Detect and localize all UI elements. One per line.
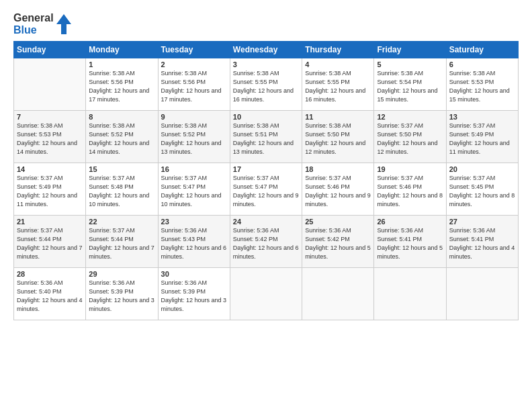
calendar-cell: 22Sunrise: 5:37 AM Sunset: 5:44 PM Dayli… [86,216,158,268]
logo-arrow-icon [56,14,71,34]
calendar-cell: 8Sunrise: 5:38 AM Sunset: 5:52 PM Daylig… [86,111,158,163]
calendar-cell [302,268,374,320]
day-number: 18 [305,165,371,173]
calendar-cell: 3Sunrise: 5:38 AM Sunset: 5:55 PM Daylig… [230,58,302,111]
day-number: 6 [449,60,515,68]
calendar-cell [374,268,446,320]
weekday-header-sunday: Sunday [14,42,86,58]
day-info: Sunrise: 5:37 AM Sunset: 5:45 PM Dayligh… [449,174,515,209]
calendar-cell: 27Sunrise: 5:36 AM Sunset: 5:41 PM Dayli… [446,216,518,268]
weekday-header-tuesday: Tuesday [158,42,230,58]
day-info: Sunrise: 5:36 AM Sunset: 5:40 PM Dayligh… [17,279,83,314]
day-info: Sunrise: 5:36 AM Sunset: 5:42 PM Dayligh… [305,226,371,261]
calendar-cell: 21Sunrise: 5:37 AM Sunset: 5:44 PM Dayli… [14,216,86,268]
day-number: 4 [305,60,371,68]
calendar-cell: 4Sunrise: 5:38 AM Sunset: 5:55 PM Daylig… [302,58,374,111]
day-info: Sunrise: 5:37 AM Sunset: 5:50 PM Dayligh… [377,122,443,156]
calendar-cell: 25Sunrise: 5:36 AM Sunset: 5:42 PM Dayli… [302,216,374,268]
day-number: 22 [89,218,154,226]
day-number: 17 [233,165,299,173]
calendar-cell: 6Sunrise: 5:38 AM Sunset: 5:53 PM Daylig… [446,58,518,111]
calendar-cell: 30Sunrise: 5:36 AM Sunset: 5:39 PM Dayli… [158,268,230,320]
day-info: Sunrise: 5:37 AM Sunset: 5:49 PM Dayligh… [449,122,515,156]
day-number: 16 [161,165,227,173]
day-number: 19 [377,165,443,173]
day-info: Sunrise: 5:36 AM Sunset: 5:43 PM Dayligh… [161,226,227,261]
day-number: 29 [89,270,154,278]
day-info: Sunrise: 5:37 AM Sunset: 5:47 PM Dayligh… [233,174,299,209]
calendar-cell: 26Sunrise: 5:36 AM Sunset: 5:41 PM Dayli… [374,216,446,268]
day-info: Sunrise: 5:38 AM Sunset: 5:52 PM Dayligh… [161,122,227,156]
calendar-cell: 7Sunrise: 5:38 AM Sunset: 5:53 PM Daylig… [14,111,86,163]
day-info: Sunrise: 5:38 AM Sunset: 5:55 PM Dayligh… [233,69,299,104]
day-info: Sunrise: 5:37 AM Sunset: 5:48 PM Dayligh… [89,174,154,209]
day-number: 24 [233,218,299,226]
day-number: 26 [377,218,443,226]
calendar-cell: 17Sunrise: 5:37 AM Sunset: 5:47 PM Dayli… [230,163,302,216]
calendar-cell: 13Sunrise: 5:37 AM Sunset: 5:49 PM Dayli… [446,111,518,163]
calendar-cell: 5Sunrise: 5:38 AM Sunset: 5:54 PM Daylig… [374,58,446,111]
day-number: 23 [161,218,227,226]
day-number: 12 [377,113,443,121]
day-number: 28 [17,270,83,278]
weekday-header-wednesday: Wednesday [230,42,302,58]
calendar-cell: 2Sunrise: 5:38 AM Sunset: 5:56 PM Daylig… [158,58,230,111]
day-info: Sunrise: 5:36 AM Sunset: 5:39 PM Dayligh… [161,279,227,314]
day-info: Sunrise: 5:36 AM Sunset: 5:39 PM Dayligh… [89,279,154,314]
day-info: Sunrise: 5:37 AM Sunset: 5:44 PM Dayligh… [17,226,83,261]
calendar-table: SundayMondayTuesdayWednesdayThursdayFrid… [13,41,519,320]
day-number: 3 [233,60,299,68]
day-info: Sunrise: 5:38 AM Sunset: 5:52 PM Dayligh… [89,122,154,156]
calendar-cell: 12Sunrise: 5:37 AM Sunset: 5:50 PM Dayli… [374,111,446,163]
day-info: Sunrise: 5:36 AM Sunset: 5:41 PM Dayligh… [377,226,443,261]
day-info: Sunrise: 5:38 AM Sunset: 5:55 PM Dayligh… [305,69,371,104]
weekday-header-thursday: Thursday [302,42,374,58]
calendar-cell: 1Sunrise: 5:38 AM Sunset: 5:56 PM Daylig… [86,58,158,111]
calendar-cell: 14Sunrise: 5:37 AM Sunset: 5:49 PM Dayli… [14,163,86,216]
day-number: 25 [305,218,371,226]
calendar-cell: 15Sunrise: 5:37 AM Sunset: 5:48 PM Dayli… [86,163,158,216]
calendar-cell: 10Sunrise: 5:38 AM Sunset: 5:51 PM Dayli… [230,111,302,163]
calendar-cell: 23Sunrise: 5:36 AM Sunset: 5:43 PM Dayli… [158,216,230,268]
day-number: 7 [17,113,83,121]
day-info: Sunrise: 5:37 AM Sunset: 5:46 PM Dayligh… [305,174,371,209]
day-number: 1 [89,60,154,68]
calendar-cell: 9Sunrise: 5:38 AM Sunset: 5:52 PM Daylig… [158,111,230,163]
day-number: 2 [161,60,227,68]
day-number: 13 [449,113,515,121]
calendar-cell: 28Sunrise: 5:36 AM Sunset: 5:40 PM Dayli… [14,268,86,320]
day-number: 14 [17,165,83,173]
day-info: Sunrise: 5:37 AM Sunset: 5:46 PM Dayligh… [377,174,443,209]
day-number: 11 [305,113,371,121]
day-info: Sunrise: 5:38 AM Sunset: 5:50 PM Dayligh… [305,122,371,156]
svg-marker-0 [56,14,71,34]
calendar-cell: 19Sunrise: 5:37 AM Sunset: 5:46 PM Dayli… [374,163,446,216]
day-number: 10 [233,113,299,121]
day-info: Sunrise: 5:36 AM Sunset: 5:41 PM Dayligh… [449,226,515,261]
day-info: Sunrise: 5:37 AM Sunset: 5:49 PM Dayligh… [17,174,83,209]
day-number: 9 [161,113,227,121]
day-info: Sunrise: 5:37 AM Sunset: 5:44 PM Dayligh… [89,226,154,261]
calendar-cell: 18Sunrise: 5:37 AM Sunset: 5:46 PM Dayli… [302,163,374,216]
day-number: 30 [161,270,227,278]
day-info: Sunrise: 5:38 AM Sunset: 5:53 PM Dayligh… [449,69,515,104]
day-number: 20 [449,165,515,173]
day-info: Sunrise: 5:38 AM Sunset: 5:51 PM Dayligh… [233,122,299,156]
day-number: 27 [449,218,515,226]
logo: General Blue [13,12,71,36]
day-info: Sunrise: 5:38 AM Sunset: 5:56 PM Dayligh… [161,69,227,104]
calendar-cell [14,58,86,111]
day-info: Sunrise: 5:37 AM Sunset: 5:47 PM Dayligh… [161,174,227,209]
calendar-cell: 11Sunrise: 5:38 AM Sunset: 5:50 PM Dayli… [302,111,374,163]
day-number: 21 [17,218,83,226]
calendar-cell: 16Sunrise: 5:37 AM Sunset: 5:47 PM Dayli… [158,163,230,216]
day-info: Sunrise: 5:38 AM Sunset: 5:54 PM Dayligh… [377,69,443,104]
calendar-cell [446,268,518,320]
calendar-cell: 20Sunrise: 5:37 AM Sunset: 5:45 PM Dayli… [446,163,518,216]
weekday-header-saturday: Saturday [446,42,518,58]
calendar-cell [230,268,302,320]
day-info: Sunrise: 5:38 AM Sunset: 5:53 PM Dayligh… [17,122,83,156]
calendar-cell: 24Sunrise: 5:36 AM Sunset: 5:42 PM Dayli… [230,216,302,268]
weekday-header-monday: Monday [86,42,158,58]
day-number: 8 [89,113,154,121]
